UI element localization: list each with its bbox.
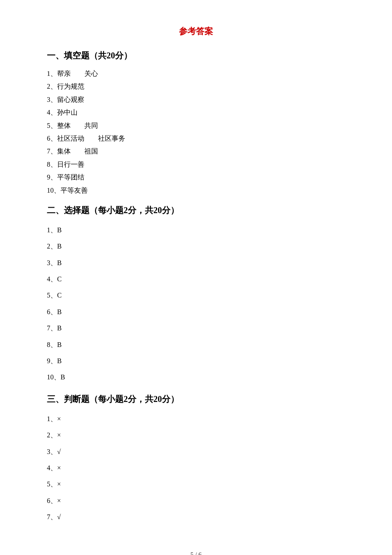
section2-answer-8: 8、B: [47, 337, 345, 353]
section1-answer-8: 8、日行一善: [47, 158, 345, 171]
section3-answer-7: 7、√: [47, 509, 345, 525]
section2-answer-2: 2、B: [47, 238, 345, 254]
section2: 二、选择题（每小题2分，共20分） 1、B2、B3、B4、C5、C6、B7、B8…: [47, 205, 345, 386]
section3: 三、判断题（每小题2分，共20分） 1、×2、×3、√4、×5、×6、×7、√: [47, 393, 345, 526]
section3-answer-2: 2、×: [47, 427, 345, 443]
section2-answer-3: 3、B: [47, 255, 345, 271]
section3-answer-3: 3、√: [47, 444, 345, 460]
section2-answer-6: 6、B: [47, 304, 345, 320]
page-footer: 5 / 6: [47, 551, 345, 555]
section2-answer-1: 1、B: [47, 222, 345, 238]
section2-answer-7: 7、B: [47, 320, 345, 336]
page-title: 参考答案: [47, 26, 345, 37]
section1-answer-2: 2、行为规范: [47, 80, 345, 93]
section3-answer-5: 5、×: [47, 476, 345, 492]
section1-answer-6: 6、社区活动 社区事务: [47, 132, 345, 145]
section2-answers: 1、B2、B3、B4、C5、C6、B7、B8、B9、B10、B: [47, 222, 345, 386]
section3-answer-6: 6、×: [47, 493, 345, 509]
section3-answers: 1、×2、×3、√4、×5、×6、×7、√: [47, 411, 345, 526]
section2-title: 二、选择题（每小题2分，共20分）: [47, 205, 345, 216]
section1-answer-10: 10、平等友善: [47, 184, 345, 197]
section1-answer-1: 1、帮亲 关心: [47, 67, 345, 80]
section3-answer-1: 1、×: [47, 411, 345, 427]
section1-answers: 1、帮亲 关心2、行为规范3、留心观察4、孙中山5、整体 共同6、社区活动 社区…: [47, 67, 345, 197]
section1-answer-5: 5、整体 共同: [47, 119, 345, 132]
section2-answer-5: 5、C: [47, 287, 345, 304]
section1-answer-7: 7、集体 祖国: [47, 145, 345, 158]
section1-answer-9: 9、平等团结: [47, 171, 345, 184]
section2-answer-9: 9、B: [47, 353, 345, 369]
section1-answer-3: 3、留心观察: [47, 93, 345, 106]
section2-answer-10: 10、B: [47, 369, 345, 385]
section2-answer-4: 4、C: [47, 271, 345, 287]
section3-answer-4: 4、×: [47, 460, 345, 476]
section1-title: 一、填空题（共20分）: [47, 50, 345, 61]
section1-answer-4: 4、孙中山: [47, 106, 345, 119]
section1: 一、填空题（共20分） 1、帮亲 关心2、行为规范3、留心观察4、孙中山5、整体…: [47, 50, 345, 197]
section3-title: 三、判断题（每小题2分，共20分）: [47, 393, 345, 405]
